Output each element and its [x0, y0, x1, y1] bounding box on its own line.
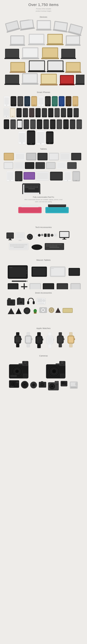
svg-point-278: [51, 234, 53, 236]
svg-rect-94: [66, 97, 71, 104]
svg-rect-55: [23, 74, 37, 83]
svg-point-389: [51, 310, 52, 311]
svg-rect-145: [24, 120, 29, 128]
apple-watches-section: Apple Watches: [0, 325, 87, 352]
svg-point-74: [20, 105, 21, 106]
svg-rect-331: [56, 246, 57, 246]
svg-rect-85: [46, 97, 50, 104]
svg-rect-34: [43, 48, 57, 57]
tech-accessories-illustration: [5, 230, 82, 256]
svg-rect-344: [51, 268, 64, 276]
apple-watches-title: Apple Watches: [36, 327, 51, 329]
svg-rect-140: [12, 128, 14, 129]
devices-section: Devices: [0, 14, 87, 89]
svg-rect-420: [58, 337, 63, 342]
svg-rect-324: [46, 246, 47, 246]
svg-point-122: [50, 116, 51, 117]
svg-rect-302: [14, 246, 16, 246]
svg-rect-242: [37, 186, 38, 186]
svg-rect-326: [49, 246, 50, 246]
svg-rect-169: [77, 120, 82, 128]
page-container: Over 1,750 items Preview of the included…: [0, 0, 87, 644]
svg-rect-483: [61, 385, 67, 386]
svg-rect-459: [10, 386, 14, 387]
svg-rect-296: [23, 244, 24, 245]
svg-rect-91: [59, 97, 64, 104]
svg-rect-175: [27, 132, 35, 143]
cameras-section: Cameras: [0, 352, 87, 396]
tablets-section: Tablets: [0, 145, 87, 194]
svg-rect-330: [55, 246, 56, 246]
desk-accessories-svg: [1, 296, 86, 325]
svg-rect-73: [18, 97, 23, 104]
svg-rect-264: [8, 240, 12, 240]
svg-rect-299: [10, 246, 11, 246]
svg-rect-417: [59, 332, 62, 336]
svg-rect-317: [52, 244, 53, 245]
svg-rect-473: [55, 381, 59, 383]
svg-rect-399: [27, 332, 30, 336]
svg-rect-28: [6, 50, 18, 57]
svg-rect-208: [57, 163, 66, 168]
svg-rect-164: [65, 128, 67, 129]
svg-rect-349: [8, 284, 18, 289]
svg-rect-204: [36, 163, 44, 168]
svg-rect-10: [54, 22, 67, 31]
svg-point-179: [40, 143, 42, 144]
svg-point-437: [24, 361, 26, 364]
svg-rect-238: [31, 186, 32, 186]
svg-rect-328: [52, 246, 53, 246]
svg-point-448: [53, 370, 55, 372]
svg-rect-297: [25, 244, 26, 245]
svg-point-271: [29, 236, 31, 238]
svg-rect-103: [10, 109, 15, 116]
svg-rect-301: [13, 246, 14, 246]
svg-rect-190: [38, 154, 47, 160]
svg-rect-366: [18, 298, 20, 298]
svg-rect-170: [79, 128, 80, 129]
svg-point-310: [32, 244, 42, 250]
svg-rect-224: [65, 172, 71, 180]
svg-rect-332: [49, 247, 59, 248]
svg-rect-345: [51, 268, 54, 269]
svg-rect-127: [61, 109, 66, 116]
svg-point-134: [76, 116, 77, 117]
svg-rect-323: [60, 244, 62, 245]
svg-rect-371: [33, 301, 35, 304]
svg-point-374: [42, 299, 45, 302]
svg-rect-41: [10, 72, 26, 73]
svg-rect-300: [12, 246, 13, 246]
svg-rect-188: [27, 154, 36, 160]
svg-rect-157: [51, 120, 55, 128]
svg-rect-64: [77, 76, 85, 83]
svg-rect-243: [25, 187, 26, 188]
svg-point-107: [19, 116, 19, 117]
svg-rect-22: [48, 35, 62, 43]
svg-rect-67: [4, 97, 9, 104]
svg-rect-172: [19, 133, 25, 142]
svg-rect-478: [56, 384, 58, 385]
svg-rect-359: [71, 284, 80, 289]
svg-rect-143: [19, 128, 20, 129]
svg-rect-426: [69, 337, 73, 342]
svg-rect-29: [4, 58, 20, 59]
svg-rect-47: [47, 71, 64, 72]
svg-rect-298: [26, 244, 27, 245]
svg-rect-410: [42, 338, 43, 340]
svg-rect-235: [27, 186, 28, 186]
svg-rect-355: [43, 284, 53, 289]
svg-rect-338: [12, 281, 26, 282]
svg-rect-236: [28, 186, 29, 186]
svg-rect-234: [25, 186, 26, 186]
svg-rect-210: [68, 163, 76, 168]
svg-rect-370: [27, 301, 29, 304]
svg-rect-451: [56, 364, 60, 365]
svg-rect-268: [18, 240, 22, 241]
svg-point-68: [6, 105, 7, 106]
svg-rect-392: [63, 309, 72, 312]
svg-point-477: [52, 386, 53, 387]
svg-rect-26: [65, 44, 81, 46]
svg-point-125: [57, 116, 58, 117]
devices-illustration: [2, 20, 85, 89]
ipad-pro-section: Fully customizable iPad Pro More customi…: [16, 194, 71, 224]
